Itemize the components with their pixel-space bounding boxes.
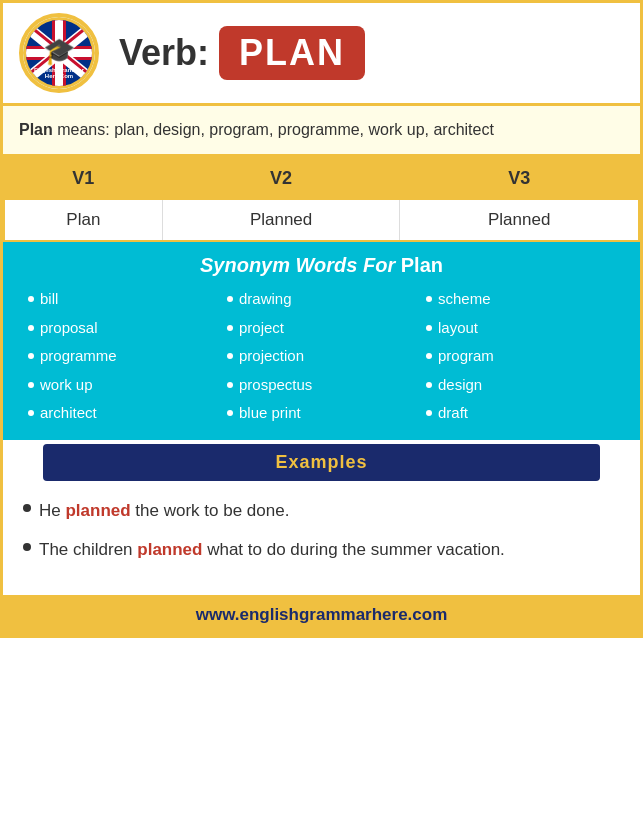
examples-header: Examples: [43, 444, 600, 481]
example-highlight-1: planned: [65, 501, 130, 520]
list-item: prospectus: [227, 371, 416, 400]
bullet-icon: [227, 410, 233, 416]
list-item: work up: [28, 371, 217, 400]
bullet-icon: [426, 296, 432, 302]
bullet-icon: [28, 382, 34, 388]
example-item-2: The children planned what to do during t…: [23, 536, 620, 563]
table-header-v3: V3: [400, 157, 639, 200]
header-section: 🎓 English GrammarHere.Com Verb: PLAN: [3, 3, 640, 106]
synonym-section: Synonym Words For Plan bill proposal pro…: [3, 242, 640, 440]
logo: 🎓 English GrammarHere.Com: [19, 13, 99, 93]
table-header-v1: V1: [4, 157, 162, 200]
list-item: scheme: [426, 285, 615, 314]
list-item: project: [227, 314, 416, 343]
table-header-row: V1 V2 V3: [4, 157, 639, 200]
list-item: proposal: [28, 314, 217, 343]
meaning-section: Plan means: plan, design, program, progr…: [3, 106, 640, 156]
verb-table: V1 V2 V3 Plan Planned Planned: [3, 156, 640, 242]
bullet-icon: [426, 410, 432, 416]
examples-section: He planned the work to be done. The chil…: [3, 481, 640, 595]
list-item: projection: [227, 342, 416, 371]
list-item: programme: [28, 342, 217, 371]
bullet-icon: [426, 353, 432, 359]
bullet-icon: [28, 353, 34, 359]
bullet-icon: [23, 504, 31, 512]
list-item: drawing: [227, 285, 416, 314]
example-before-1: He: [39, 501, 65, 520]
synonym-col-3: scheme layout program design draft: [421, 285, 620, 428]
verb-label: Verb:: [119, 32, 209, 74]
example-item-1: He planned the work to be done.: [23, 497, 620, 524]
footer-url: www.englishgrammarhere.com: [196, 605, 448, 624]
table-cell-v3: Planned: [400, 200, 639, 242]
synonym-title: Synonym Words For Plan: [3, 242, 640, 285]
list-item: architect: [28, 399, 217, 428]
meaning-text: means: plan, design, program, programme,…: [53, 121, 494, 138]
bullet-icon: [426, 382, 432, 388]
footer: www.englishgrammarhere.com: [3, 595, 640, 635]
table-cell-v1: Plan: [4, 200, 162, 242]
table-row: Plan Planned Planned: [4, 200, 639, 242]
bullet-icon: [227, 353, 233, 359]
example-highlight-2: planned: [137, 540, 202, 559]
bullet-icon: [28, 325, 34, 331]
list-item: layout: [426, 314, 615, 343]
word-box: PLAN: [219, 26, 365, 80]
synonym-col-2: drawing project projection prospectus bl…: [222, 285, 421, 428]
example-before-2: The children: [39, 540, 137, 559]
table-cell-v2: Planned: [162, 200, 400, 242]
list-item: draft: [426, 399, 615, 428]
example-after-2: what to do during the summer vacation.: [202, 540, 504, 559]
bullet-icon: [28, 296, 34, 302]
example-after-1: the work to be done.: [131, 501, 290, 520]
synonym-col-1: bill proposal programme work up architec…: [23, 285, 222, 428]
example-text-1: He planned the work to be done.: [39, 497, 620, 524]
bullet-icon: [227, 325, 233, 331]
header-title-area: Verb: PLAN: [119, 26, 624, 80]
synonym-title-text: Synonym Words For: [200, 254, 401, 276]
examples-title: Examples: [275, 452, 367, 472]
bullet-icon: [23, 543, 31, 551]
synonym-title-word: Plan: [401, 254, 443, 276]
bullet-icon: [28, 410, 34, 416]
bullet-icon: [227, 382, 233, 388]
table-header-v2: V2: [162, 157, 400, 200]
bullet-icon: [227, 296, 233, 302]
example-text-2: The children planned what to do during t…: [39, 536, 620, 563]
list-item: blue print: [227, 399, 416, 428]
main-word: PLAN: [239, 32, 345, 73]
bullet-icon: [426, 325, 432, 331]
synonym-columns: bill proposal programme work up architec…: [3, 285, 640, 428]
meaning-label: Plan: [19, 121, 53, 138]
list-item: program: [426, 342, 615, 371]
list-item: bill: [28, 285, 217, 314]
list-item: design: [426, 371, 615, 400]
